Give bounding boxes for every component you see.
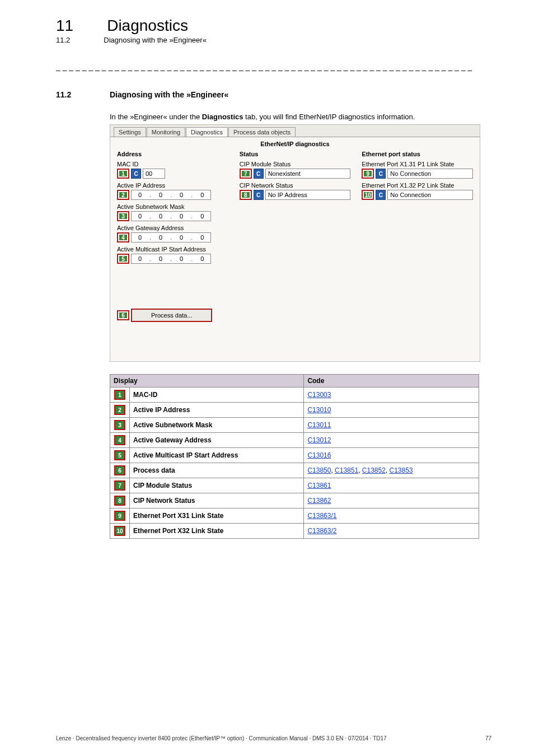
page-number: 77 (485, 735, 491, 741)
code-link[interactable]: C13850 (307, 466, 331, 474)
ethernet-port-header: Ethernet port status (362, 151, 473, 157)
code-link[interactable]: C13853 (390, 466, 413, 474)
row-code: C13863/1 (304, 508, 479, 524)
mac-id-value: 00 (143, 169, 165, 179)
cip-module-value: Nonexistent (265, 169, 351, 179)
active-subnet-value: 0. 0. 0. 0 (131, 211, 211, 221)
active-ip-value: 0. 0. 0. 0 (131, 190, 211, 200)
code-link[interactable]: C13010 (307, 406, 331, 414)
row-callout-cell: 7 (110, 478, 130, 493)
code-link[interactable]: C13016 (307, 451, 331, 459)
row-code: C13863/2 (304, 524, 479, 539)
code-link[interactable]: C13863/1 (307, 512, 336, 520)
code-badge-icon[interactable]: C (131, 169, 141, 179)
row-code: C13850, C13851, C13852, C13853 (304, 463, 479, 478)
row-code: C13012 (304, 433, 479, 448)
th-display: Display (110, 375, 304, 388)
row-display: CIP Network Status (130, 493, 304, 508)
callout-8: 8 (240, 190, 252, 200)
code-link[interactable]: C13861 (307, 482, 331, 489)
row-display: Active Multicast IP Start Address (130, 448, 304, 463)
row-callout: 10 (114, 526, 125, 536)
address-header: Address (117, 151, 228, 157)
tab-diagnostics[interactable]: Diagnostics (186, 127, 228, 137)
port-x32-label: Ethernet Port X1.32 P2 Link State (362, 182, 473, 189)
row-callout-cell: 4 (110, 433, 130, 448)
tab-settings[interactable]: Settings (114, 127, 146, 137)
row-code: C13862 (304, 493, 479, 508)
section-number: 11.2 (56, 36, 70, 44)
th-code: Code (304, 375, 479, 388)
cip-network-label: CIP Network Status (240, 182, 351, 189)
cip-module-label: CIP Module Status (240, 161, 351, 167)
row-callout: 5 (114, 450, 125, 460)
status-column: Status CIP Module Status 7 C Nonexistent… (240, 151, 351, 322)
table-row: 5Active Multicast IP Start AddressC13016 (110, 448, 479, 463)
chapter-number: 11 (56, 17, 73, 35)
row-code: C13861 (304, 478, 479, 493)
ethernet-port-column: Ethernet port status Ethernet Port X1.31… (362, 151, 473, 322)
port-x31-label: Ethernet Port X1.31 P1 Link State (362, 161, 473, 167)
row-callout-cell: 9 (110, 508, 130, 524)
tab-bar: Settings Monitoring Diagnostics Process … (110, 125, 480, 137)
callout-5: 5 (117, 254, 129, 264)
row-callout: 9 (114, 511, 125, 521)
row-callout: 3 (114, 420, 125, 430)
row-callout-cell: 10 (110, 524, 130, 539)
heading-text: Diagnosing with the »Engineer« (110, 90, 228, 99)
row-callout-cell: 1 (110, 388, 130, 403)
callout-4: 4 (117, 232, 129, 242)
code-link[interactable]: C13862 (307, 497, 331, 505)
code-badge-icon[interactable]: C (254, 169, 264, 179)
diagnostics-screenshot: Settings Monitoring Diagnostics Process … (110, 124, 480, 362)
code-link[interactable]: C13003 (307, 391, 331, 399)
footer-text: Lenze · Decentralised frequency inverter… (56, 735, 387, 741)
intro-post: tab, you will find EtherNet/IP diagnosti… (243, 113, 415, 121)
active-ip-label: Active IP Address (117, 182, 228, 189)
separator: _ _ _ _ _ _ _ _ _ _ _ _ _ _ _ _ _ _ _ _ … (56, 62, 491, 71)
tab-process-data-objects[interactable]: Process data objects (228, 127, 296, 137)
row-callout: 6 (114, 465, 125, 475)
tab-monitoring[interactable]: Monitoring (147, 127, 185, 137)
section-name: Diagnosing with the »Engineer« (104, 36, 207, 44)
code-link[interactable]: C13851 (335, 466, 358, 474)
status-header: Status (240, 151, 351, 157)
row-callout-cell: 6 (110, 463, 130, 478)
row-callout: 7 (114, 480, 125, 491)
code-badge-icon[interactable]: C (376, 169, 386, 179)
row-callout-cell: 5 (110, 448, 130, 463)
code-badge-icon[interactable]: C (376, 190, 386, 200)
code-link[interactable]: C13011 (307, 421, 331, 429)
row-code: C13011 (304, 418, 479, 433)
active-subnet-label: Active Subnetwork Mask (117, 203, 228, 210)
table-row: 6Process dataC13850, C13851, C13852, C13… (110, 463, 479, 478)
code-link[interactable]: C13863/2 (307, 527, 336, 535)
row-code: C13003 (304, 388, 479, 403)
callout-7: 7 (240, 169, 252, 179)
row-callout: 4 (114, 435, 125, 445)
heading-number: 11.2 (56, 90, 76, 99)
row-display: Active Gateway Address (130, 433, 304, 448)
table-row: 9Ethernet Port X31 Link StateC13863/1 (110, 508, 479, 524)
address-column: Address MAC ID 1 C 00 Active IP Address … (117, 151, 228, 322)
active-multicast-label: Active Multicast IP Start Address (117, 246, 228, 253)
row-display: Active IP Address (130, 403, 304, 418)
table-row: 1MAC-IDC13003 (110, 388, 479, 403)
process-data-button[interactable]: Process data... (131, 309, 212, 322)
code-badge-icon[interactable]: C (254, 190, 264, 200)
row-display: Ethernet Port X31 Link State (130, 508, 304, 524)
callout-6: 6 (117, 310, 129, 320)
active-multicast-value: 0. 0. 0. 0 (131, 254, 211, 264)
codes-table: Display Code 1MAC-IDC130032Active IP Add… (110, 374, 479, 539)
code-link[interactable]: C13852 (362, 466, 386, 474)
table-row: 3Active Subnetwork MaskC13011 (110, 418, 479, 433)
active-gateway-value: 0. 0. 0. 0 (131, 232, 211, 242)
row-callout-cell: 8 (110, 493, 130, 508)
row-callout-cell: 2 (110, 403, 130, 418)
cip-network-value: No IP Address (265, 190, 351, 200)
code-link[interactable]: C13012 (307, 436, 331, 444)
row-callout: 1 (114, 390, 125, 400)
callout-9: 9 (362, 169, 374, 179)
chapter-title: Diagnostics (107, 17, 188, 35)
intro-paragraph: In the »Engineer« under the Diagnostics … (110, 113, 491, 121)
